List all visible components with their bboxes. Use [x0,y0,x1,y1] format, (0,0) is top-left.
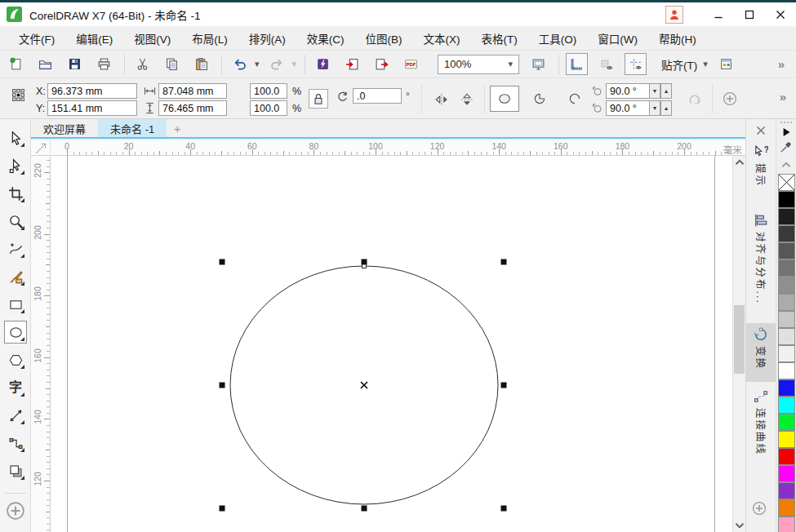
color-swatch-pink[interactable] [778,516,795,532]
undo-button[interactable] [229,53,251,75]
flyout-triangle-icon[interactable] [20,337,24,341]
menu-item-8[interactable]: 表格(T) [471,27,528,50]
account-sign-in-button[interactable] [665,6,683,24]
ruler-origin-button[interactable] [31,140,51,156]
menu-item-6[interactable]: 位图(B) [355,27,413,50]
end-angle-spin-up[interactable]: ▴ [660,100,672,116]
flyout-triangle-icon[interactable] [20,198,24,202]
zoom-level-combo[interactable]: 100%▾ [438,55,519,74]
flyout-triangle-icon[interactable] [20,476,24,480]
mirror-horizontal-button[interactable] [431,89,452,110]
freehand-tool[interactable] [4,237,27,260]
open-button[interactable] [34,53,56,75]
color-swatch-10-black[interactable] [778,345,795,362]
color-swatch-70-black[interactable] [778,242,795,259]
color-swatch-white[interactable] [778,362,795,379]
docker-add-button[interactable] [752,501,767,516]
connector-tool[interactable] [4,432,27,454]
start-angle-field[interactable] [606,83,650,99]
document-tab-0[interactable]: 欢迎屏幕 [31,119,98,137]
arc-mode-button[interactable] [560,86,589,112]
new-document-tab-button[interactable]: + [167,119,188,137]
menu-item-5[interactable]: 效果(C) [296,27,355,50]
toolbar-overflow-button[interactable]: » [772,57,791,71]
cut-button[interactable] [131,53,153,75]
scrollbar-thumb[interactable] [734,305,745,374]
full-screen-preview-button[interactable] [527,53,549,75]
show-grid-button[interactable] [595,53,617,75]
snap-to-button[interactable]: 贴齐(T)▾ [654,54,715,75]
color-swatch-20-black[interactable] [778,328,795,345]
color-swatch-red[interactable] [778,448,795,465]
object-height-field[interactable] [158,100,227,116]
rotation-angle-field[interactable] [353,88,402,104]
flyout-triangle-icon[interactable] [20,448,24,452]
menu-item-10[interactable]: 窗口(W) [587,27,648,50]
docker-tab-0[interactable]: ?提示 [746,140,776,206]
mirror-vertical-button[interactable] [456,89,478,110]
wrap-text-button[interactable] [718,87,741,110]
color-swatch-magenta[interactable] [778,465,795,482]
horizontal-ruler-scale[interactable]: 020406080100120140160180200 [51,140,727,155]
propbar-overflow-button[interactable]: » [773,90,793,104]
end-angle-spin-down[interactable]: ▾ [649,100,660,116]
flyout-triangle-icon[interactable] [20,392,24,397]
flyout-triangle-icon[interactable] [20,226,24,230]
color-swatch-50-black[interactable] [778,277,795,294]
drawing-canvas[interactable] [51,156,732,532]
color-swatch-blue[interactable] [778,379,795,397]
docker-close-button[interactable] [753,122,769,139]
object-width-field[interactable] [158,83,227,99]
save-button[interactable] [64,53,86,75]
menu-item-3[interactable]: 布局(L) [181,27,238,50]
color-swatch-80-black[interactable] [778,225,795,242]
scale-width-field[interactable] [250,83,287,99]
docker-tab-1[interactable]: 对齐与分布... [746,209,776,320]
ellipse-tool[interactable] [4,321,27,344]
color-swatch-no-fill[interactable] [778,174,795,191]
flyout-triangle-icon[interactable] [20,254,24,258]
toolbox-add-button[interactable] [6,501,25,521]
rectangle-tool[interactable] [4,293,27,316]
menu-item-0[interactable]: 文件(F) [8,27,65,50]
pdf-publish-button[interactable]: PDF [400,53,422,75]
close-button[interactable] [765,2,796,26]
vertical-scrollbar[interactable] [732,156,745,532]
pick-tool[interactable] [4,126,27,149]
lock-ratio-button[interactable] [309,89,328,109]
color-swatch-orange[interactable] [778,499,795,516]
new-document-button[interactable] [5,53,27,75]
scale-height-field[interactable] [250,100,287,116]
menu-item-1[interactable]: 编辑(E) [65,27,123,50]
flyout-triangle-icon[interactable] [20,282,24,286]
paste-button[interactable] [190,53,212,75]
horizontal-ruler[interactable]: 020406080100120140160180200 毫米 [31,140,745,156]
flyout-triangle-icon[interactable] [20,143,24,147]
maximize-button[interactable] [734,2,765,26]
color-swatch-60-black[interactable] [778,259,795,277]
dimension-tool[interactable] [4,404,27,427]
palette-drag-handle[interactable] [780,122,792,123]
import-button[interactable] [341,53,363,75]
export-button[interactable] [371,53,393,75]
polygon-tool[interactable] [4,348,27,371]
crop-tool[interactable] [4,182,27,205]
flyout-triangle-icon[interactable] [20,365,24,369]
application-launcher-button[interactable] [312,53,334,75]
print-button[interactable] [93,53,115,75]
artistic-media-tool[interactable] [4,265,27,288]
start-angle-spin-up[interactable]: ▴ [660,83,672,99]
color-swatch-40-black[interactable] [778,294,795,311]
undo-dropdown[interactable]: ▾ [255,59,260,69]
color-swatch-purple[interactable] [778,482,795,499]
scroll-up-button[interactable] [733,156,745,169]
options-button[interactable] [715,53,737,75]
color-swatch-cyan[interactable] [778,397,795,414]
menu-item-7[interactable]: 文本(X) [413,27,471,50]
ellipse-mode-button[interactable] [490,86,519,112]
show-rulers-button[interactable] [566,53,588,75]
docker-tab-2[interactable]: 变换 [746,323,776,382]
y-position-field[interactable] [47,100,137,116]
color-swatch-black[interactable] [778,191,795,208]
interactive-effects-tool[interactable] [4,459,27,482]
